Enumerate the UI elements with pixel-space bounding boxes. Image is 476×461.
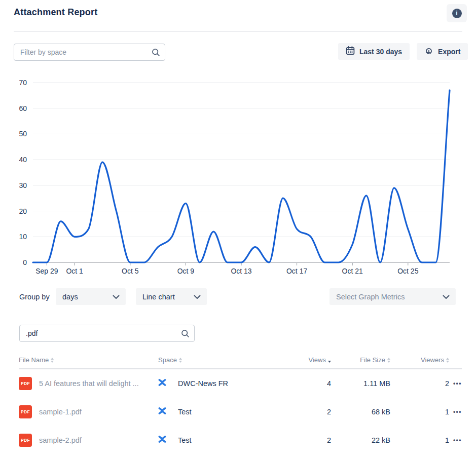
svg-text:Oct 25: Oct 25	[397, 267, 418, 275]
svg-text:50: 50	[19, 130, 27, 138]
attachments-table: File Name Space Views File Size Viewers	[19, 356, 462, 454]
pdf-file-icon: PDF	[19, 434, 32, 447]
toolbar-actions: Last 30 days Export	[338, 43, 468, 60]
attachment-report-page: Attachment Report i Last 30 days Export …	[0, 0, 476, 461]
file-size-value: 1.11 MB	[331, 379, 390, 388]
search-icon	[147, 48, 165, 57]
svg-text:0: 0	[23, 258, 27, 266]
table-row: PDF sample-1.pdf Test 2 68 kB 1 •••	[19, 398, 462, 426]
search-icon	[176, 329, 194, 338]
file-search-field	[19, 325, 195, 342]
svg-text:Oct 5: Oct 5	[122, 267, 139, 275]
row-menu-icon[interactable]: •••	[449, 380, 462, 387]
column-header-viewers[interactable]: Viewers	[390, 356, 449, 364]
info-icon: i	[452, 9, 462, 18]
graph-metrics-select[interactable]: Select Graph Metrics	[329, 288, 456, 305]
views-value: 2	[284, 408, 331, 416]
file-name-link[interactable]: 5 AI features that will delight ...	[39, 379, 139, 388]
group-by-select[interactable]: days	[56, 288, 126, 305]
confluence-space-icon	[158, 435, 166, 445]
svg-text:30: 30	[19, 181, 27, 189]
views-value: 2	[284, 436, 331, 444]
table-header-row: File Name Space Views File Size Viewers	[19, 356, 462, 369]
table-row: PDF 5 AI features that will delight ... …	[19, 369, 462, 398]
viewers-value: 2	[390, 379, 449, 388]
chart-type-value: Line chart	[142, 293, 175, 301]
sort-icon	[51, 358, 54, 363]
column-header-file-name[interactable]: File Name	[19, 356, 158, 364]
svg-text:Sep 29: Sep 29	[35, 267, 58, 275]
svg-text:Oct 13: Oct 13	[231, 267, 251, 275]
svg-text:Oct 17: Oct 17	[286, 267, 307, 275]
pdf-file-icon: PDF	[19, 405, 32, 418]
file-size-value: 22 kB	[331, 436, 390, 444]
sort-icon	[179, 358, 182, 363]
chart-type-select[interactable]: Line chart	[136, 288, 207, 305]
calendar-icon	[346, 46, 355, 57]
svg-text:20: 20	[19, 207, 27, 215]
space-filter-field	[14, 44, 165, 61]
svg-text:Oct 9: Oct 9	[177, 267, 195, 275]
space-name-link[interactable]: Test	[178, 436, 192, 444]
group-by-label: Group by	[19, 293, 50, 301]
space-name-link[interactable]: Test	[178, 408, 192, 416]
cloud-download-icon	[424, 46, 433, 57]
svg-text:70: 70	[19, 79, 27, 87]
file-search-input[interactable]	[20, 325, 176, 341]
header-divider	[14, 31, 462, 32]
column-header-file-size[interactable]: File Size	[331, 356, 390, 364]
export-label: Export	[438, 48, 460, 56]
svg-text:10: 10	[19, 233, 27, 241]
svg-text:60: 60	[19, 104, 27, 112]
file-name-link[interactable]: sample-2.pdf	[39, 436, 82, 444]
column-header-views[interactable]: Views	[284, 356, 331, 364]
svg-text:40: 40	[19, 156, 27, 164]
graph-metrics-placeholder: Select Graph Metrics	[336, 293, 405, 301]
row-menu-icon[interactable]: •••	[449, 437, 462, 444]
views-value: 4	[284, 379, 331, 388]
date-range-label: Last 30 days	[359, 48, 402, 56]
space-name-link[interactable]: DWC-News FR	[178, 379, 228, 388]
svg-text:Oct 1: Oct 1	[66, 267, 83, 275]
page-title: Attachment Report	[14, 7, 97, 18]
info-button[interactable]: i	[447, 4, 467, 22]
viewers-value: 1	[390, 408, 449, 416]
chevron-down-icon	[443, 293, 450, 301]
file-size-value: 68 kB	[331, 408, 390, 416]
group-by-value: days	[62, 293, 78, 301]
date-range-button[interactable]: Last 30 days	[338, 43, 410, 60]
column-header-space[interactable]: Space	[158, 356, 284, 364]
sort-icon	[446, 358, 449, 363]
confluence-space-icon	[158, 378, 166, 389]
viewers-value: 1	[390, 436, 449, 444]
row-menu-icon[interactable]: •••	[449, 408, 462, 415]
file-name-link[interactable]: sample-1.pdf	[39, 408, 82, 416]
space-filter-input[interactable]	[14, 44, 147, 60]
chevron-down-icon	[113, 293, 120, 301]
table-row: PDF sample-2.pdf Test 2 22 kB 1 •••	[19, 426, 462, 454]
chevron-down-icon	[194, 293, 201, 301]
export-button[interactable]: Export	[417, 43, 468, 60]
views-line-chart: 010203040506070Sep 29Oct 1Oct 5Oct 9Oct …	[0, 73, 476, 281]
pdf-file-icon: PDF	[19, 377, 32, 390]
confluence-space-icon	[158, 407, 166, 417]
svg-text:Oct 21: Oct 21	[342, 267, 363, 275]
